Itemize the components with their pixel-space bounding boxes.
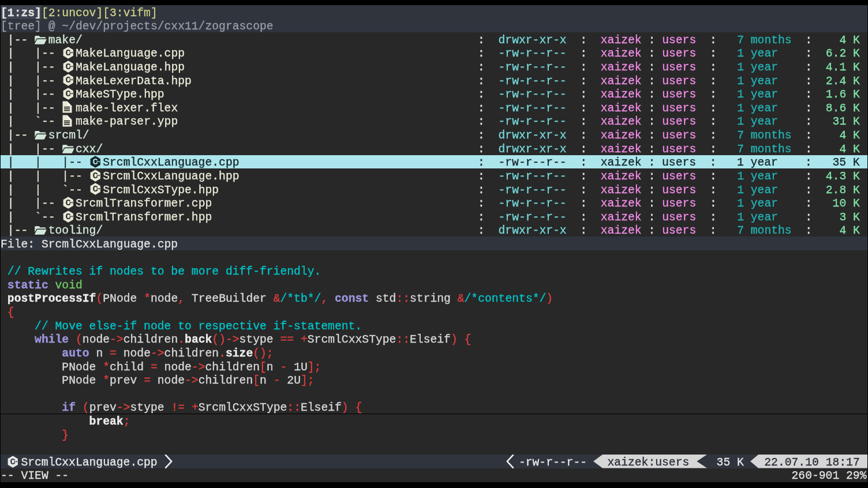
svg-text:C: C [92, 157, 98, 168]
svg-text:C: C [65, 89, 70, 100]
svg-text:C: C [65, 76, 70, 86]
svg-text:C: C [92, 171, 98, 181]
svg-text:C: C [10, 457, 15, 467]
svg-text:C: C [65, 48, 70, 59]
svg-text:C: C [65, 198, 70, 209]
svg-text:C: C [92, 185, 98, 195]
svg-text:C: C [65, 212, 70, 222]
svg-text:C: C [65, 62, 70, 72]
